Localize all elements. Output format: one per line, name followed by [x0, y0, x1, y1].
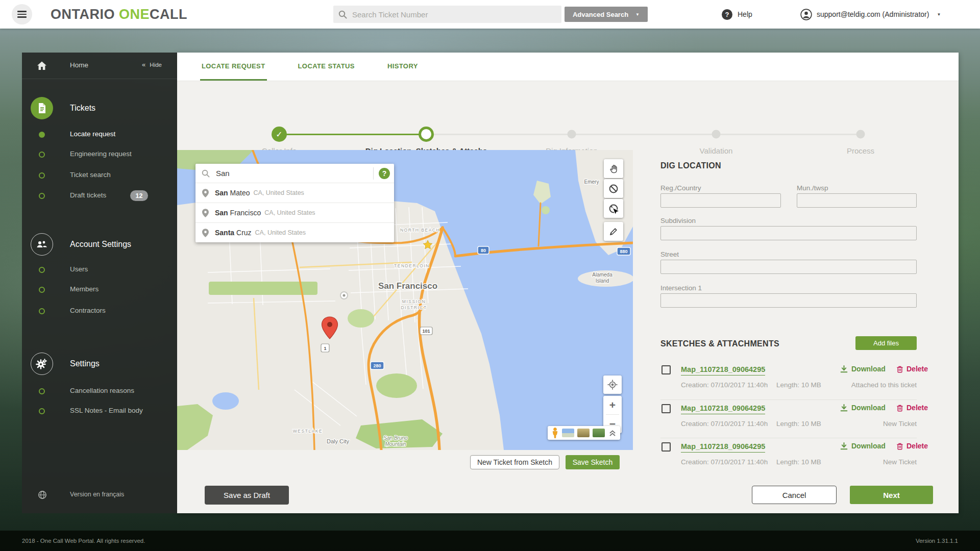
home-icon [36, 60, 48, 72]
home-label: Home [70, 61, 88, 69]
reg-country-input[interactable] [660, 193, 781, 208]
sidebar-hide-button[interactable]: «Hide [142, 61, 162, 68]
sidebar-item-users[interactable]: Users [22, 264, 177, 276]
dig-location-title: DIG LOCATION [660, 161, 721, 170]
hamburger-menu-button[interactable] [12, 4, 32, 24]
map-clear-tool[interactable] [604, 179, 623, 198]
attachment-checkbox[interactable] [662, 404, 671, 413]
download-icon [840, 404, 848, 412]
ticket-search-input[interactable] [352, 10, 556, 19]
radio-empty-icon [39, 152, 45, 158]
pin-icon [202, 209, 209, 217]
intersection-input[interactable] [660, 293, 917, 308]
step-circle-validation[interactable] [712, 130, 721, 139]
next-button[interactable]: Next [850, 486, 933, 504]
map-canvas[interactable]: NORTH BEACH TENDERLOIN MISSION DISTRICT … [177, 150, 633, 450]
attachment-length: Length: 10 MB [776, 381, 821, 389]
mun-twsp-input[interactable] [797, 193, 917, 208]
map-search-input[interactable] [216, 169, 368, 178]
zoom-in-button[interactable]: + [603, 396, 622, 414]
map-search-help-icon[interactable]: ? [379, 168, 390, 179]
language-link[interactable]: Version en français [22, 489, 177, 501]
sidebar-item-ssl-notes[interactable]: SSL Notes - Email body [22, 405, 177, 417]
ban-icon [608, 204, 619, 214]
attachment-checkbox[interactable] [662, 365, 671, 374]
avatar-icon [800, 9, 812, 20]
delete-label: Delete [906, 404, 928, 412]
subdivision-input[interactable] [660, 226, 917, 240]
step-circle-process[interactable] [856, 130, 865, 139]
pegman-icon[interactable] [551, 428, 559, 438]
download-button[interactable]: Download [840, 404, 886, 412]
add-files-button[interactable]: Add files [855, 336, 917, 350]
suggestion-bold: San [215, 209, 228, 217]
attachment-checkbox[interactable] [662, 442, 671, 452]
suggestion-san-francisco[interactable]: San Francisco CA, United States [195, 203, 394, 222]
tab-locate-request[interactable]: LOCATE REQUEST [200, 53, 267, 81]
shield-1: 1 [324, 346, 326, 351]
sidebar-item-cancellation-reasons[interactable]: Cancellation reasons [22, 385, 177, 397]
my-location-button[interactable] [603, 375, 622, 394]
trash-icon [896, 442, 903, 450]
sidebar-item-draft-tickets[interactable]: Draft tickets 12 [22, 190, 177, 202]
attachment-link[interactable]: Map_1107218_09064295 [681, 442, 765, 453]
sidebar-item-members[interactable]: Members [22, 284, 177, 296]
sidebar-item-contractors[interactable]: Contractors [22, 305, 177, 317]
account-settings-title: Account Settings [70, 233, 131, 256]
help-button[interactable]: ? Help [722, 0, 752, 29]
street-input[interactable] [660, 260, 917, 274]
sidebar-section-account-settings[interactable]: Account Settings [22, 233, 177, 256]
attachment-link[interactable]: Map_1107218_09064295 [681, 365, 765, 375]
delete-button[interactable]: Delete [896, 404, 928, 412]
suggestion-region: CA, United States [255, 229, 306, 236]
sidebar-section-settings[interactable]: Settings [22, 353, 177, 375]
download-button[interactable]: Download [840, 365, 886, 373]
step-circle-caller-info[interactable]: ✓ [272, 127, 287, 142]
suggestion-santa-cruz[interactable]: Santa Cruz CA, United States [195, 222, 394, 242]
map-draw-tool[interactable] [604, 222, 623, 241]
map-cancel-zoom-tool[interactable] [604, 199, 623, 218]
step-circle-dig-information[interactable] [568, 130, 576, 139]
sidebar-item-ticket-search[interactable]: Ticket search [22, 169, 177, 182]
cancel-button[interactable]: Cancel [752, 486, 837, 504]
sidebar-item-home[interactable]: Home «Hide [22, 53, 177, 79]
map-label-city: San Francisco [378, 281, 437, 291]
imagery-thumbnail[interactable] [593, 429, 605, 437]
download-label: Download [851, 365, 886, 373]
advanced-search-button[interactable]: Advanced Search ▼ [565, 7, 648, 22]
imagery-thumbnail[interactable] [577, 429, 590, 437]
step-circle-dig-location[interactable] [419, 127, 434, 142]
user-label: support@teldig.com (Administrator) [817, 10, 929, 18]
members-label: Members [70, 285, 99, 293]
ssl-notes-label: SSL Notes - Email body [70, 407, 143, 414]
engineering-request-label: Engineering request [70, 150, 132, 158]
main-content: LOCATE REQUEST LOCATE STATUS HISTORY ✓ C… [177, 53, 959, 513]
attachment-row: Map_1107218_09064295 Download Delete Cre… [660, 399, 917, 438]
imagery-thumbnail[interactable] [562, 429, 574, 437]
chevron-up-icon[interactable] [608, 430, 617, 437]
sidebar-item-engineering-request[interactable]: Engineering request [22, 148, 177, 161]
delete-button[interactable]: Delete [896, 442, 928, 450]
ticket-search-box [333, 6, 561, 23]
tab-locate-status[interactable]: LOCATE STATUS [297, 53, 356, 81]
save-sketch-button[interactable]: Save Sketch [566, 455, 620, 469]
subdivision-label: Subdivision [660, 217, 696, 224]
sidebar-item-locate-request[interactable]: Locate request [22, 129, 177, 141]
search-icon [338, 10, 347, 19]
map-pan-tool[interactable] [604, 159, 623, 178]
attachment-link[interactable]: Map_1107218_09064295 [681, 404, 765, 414]
tab-history[interactable]: HISTORY [386, 53, 420, 81]
attachments-title: SKETCHES & ATTACHMENTS [660, 339, 779, 348]
delete-button[interactable]: Delete [896, 365, 928, 373]
draft-count-badge: 12 [130, 190, 148, 201]
download-button[interactable]: Download [840, 442, 886, 450]
sidebar-section-tickets[interactable]: Tickets [22, 97, 177, 119]
radio-empty-icon [39, 287, 45, 293]
user-menu[interactable]: support@teldig.com (Administrator) ▼ [800, 0, 941, 29]
new-ticket-from-sketch-button[interactable]: New Ticket from Sketch [470, 455, 559, 469]
suggestion-san-mateo[interactable]: San Mateo CA, United States [195, 183, 394, 203]
intersection-label: Intersection 1 [660, 284, 702, 292]
mun-twsp-label: Mun./twsp [797, 184, 828, 192]
users-label: Users [70, 265, 88, 273]
save-as-draft-button[interactable]: Save as Draft [205, 486, 289, 505]
